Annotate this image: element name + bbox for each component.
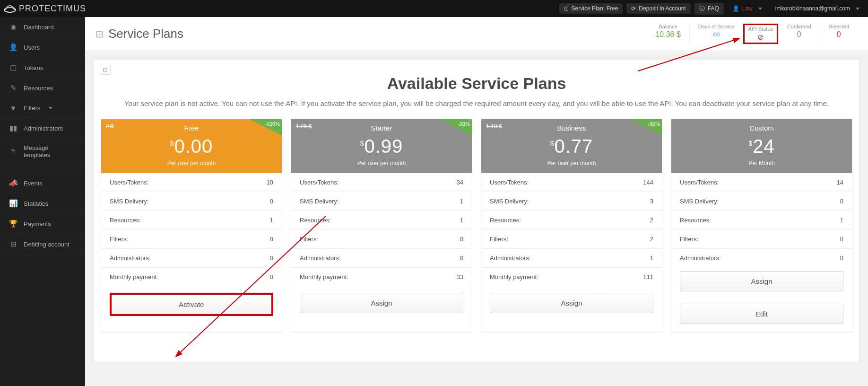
feature-row: Users/Tokens:10 (101, 173, 282, 192)
feature-row: Users/Tokens:34 (291, 173, 472, 192)
stat-rejected: Rejected 0 (820, 24, 858, 44)
feature-value: 1 (460, 198, 463, 205)
feature-row: SMS Delivery:0 (671, 192, 852, 211)
sidebar-item-administrators[interactable]: ▮▮Administrators (0, 118, 85, 139)
service-plan-chip[interactable]: ⊡ Service Plan: Free (559, 3, 623, 14)
blocked-icon: ⊘ (748, 33, 773, 42)
feature-row: Filters:0 (101, 229, 282, 248)
sidebar-item-label: Filters (24, 105, 40, 112)
sidebar-item-statistics[interactable]: 📊Statistics (0, 193, 85, 214)
activate-button[interactable]: Activate (110, 293, 273, 316)
feature-label: Users/Tokens: (110, 179, 148, 186)
feature-row: Filters:0 (671, 229, 852, 248)
content-card: ⊡ Available Service Plans Your service p… (94, 60, 859, 362)
user-icon: 👤 (732, 5, 739, 12)
administrators-icon: ▮▮ (9, 124, 18, 132)
sidebar-item-message-templates[interactable]: 🗎Message templates (0, 139, 85, 165)
feature-value: 1 (650, 254, 653, 262)
sidebar-item-label: Tokens (24, 64, 43, 71)
feature-row: Resources:1 (291, 211, 472, 229)
brand-logo[interactable]: PROTECTIMUS (4, 3, 86, 14)
stat-value: 0 (787, 30, 811, 39)
info-icon: ⓘ (699, 5, 705, 13)
plan-features: Users/Tokens:10SMS Delivery:0Resources:1… (101, 173, 282, 286)
sidebar-item-filters[interactable]: ▼Filters (0, 98, 85, 118)
plan-price: $24 (677, 136, 846, 157)
feature-row: Administrators:0 (291, 248, 472, 267)
feature-value: 34 (457, 179, 463, 186)
chevron-down-icon (49, 107, 52, 109)
sidebar-item-events[interactable]: 📣Events (0, 173, 85, 193)
account-email[interactable]: imkorobkinaanna@gmail.com (771, 3, 864, 14)
feature-value: 0 (460, 254, 463, 262)
plan-old-price: 2 $ (106, 123, 114, 130)
feature-value: 0 (270, 198, 273, 205)
security-label: Low (742, 5, 753, 12)
money-icon: ⊡ (100, 65, 111, 75)
logo-icon (4, 3, 16, 14)
stat-confirmed: Confirmed 0 (778, 24, 820, 44)
events-icon: 📣 (9, 179, 18, 187)
feature-label: Resources: (300, 217, 331, 224)
stat-label: Confirmed (787, 24, 811, 29)
assign-button[interactable]: Assign (300, 293, 463, 313)
feature-label: Administrators: (110, 254, 151, 262)
feature-value: 0 (270, 273, 273, 281)
feature-row: SMS Delivery:1 (291, 192, 472, 211)
plan-price: $0.77 (487, 136, 656, 157)
feature-value: 2 (650, 236, 653, 243)
sidebar-item-resources[interactable]: ✎Resources (0, 78, 85, 98)
feature-row: Filters:2 (481, 229, 662, 248)
stat-api-status: API Status ⊘ (743, 24, 778, 44)
page-header: ⊡ Service Plans Balance 10.36 $ Days of … (85, 17, 868, 51)
assign-button[interactable]: Assign (490, 293, 653, 313)
sidebar-item-payments[interactable]: 🏆Payments (0, 214, 85, 234)
feature-value: 3 (650, 198, 653, 205)
faq-button[interactable]: ⓘ FAQ (694, 3, 724, 15)
resources-icon: ✎ (9, 84, 18, 92)
feature-value: 1 (840, 217, 843, 224)
sidebar-item-users[interactable]: 👤Users (0, 37, 85, 58)
plan-header: 1.25 $Starter$0.99Per user per month (291, 119, 472, 173)
plan-old-price: 1.25 $ (296, 123, 312, 130)
sidebar-item-debiting[interactable]: ⊟Debiting account (0, 234, 85, 254)
edit-button[interactable]: Edit (680, 304, 843, 324)
stat-label: Balance (655, 24, 680, 29)
feature-row: Filters:0 (291, 229, 472, 248)
feature-row: Resources:2 (481, 211, 662, 229)
main: ⊡ Service Plans Balance 10.36 $ Days of … (85, 17, 868, 386)
sidebar-item-label: Dashboard (24, 24, 54, 31)
plan-header: 1.10 $Business$0.77Per user per month (481, 119, 662, 173)
refresh-icon: ⟳ (631, 5, 636, 12)
deposit-button[interactable]: ⟳ Deposit in Account (626, 3, 690, 14)
topbar: PROTECTIMUS ⊡ Service Plan: Free ⟳ Depos… (0, 0, 868, 17)
content-subtext: Your service plan is not active. You can… (94, 93, 859, 108)
plan-per: Per Month (677, 160, 846, 167)
service-plan-chip-label: Service Plan: Free (572, 5, 618, 12)
feature-label: Resources: (110, 217, 141, 224)
sidebar-item-tokens[interactable]: ▢Tokens (0, 58, 85, 78)
plan-features: Users/Tokens:34SMS Delivery:1Resources:1… (291, 173, 472, 286)
feature-label: Users/Tokens: (490, 179, 529, 186)
currency-symbol: $ (550, 140, 555, 147)
discount-badge (630, 119, 662, 135)
feature-label: Filters: (490, 236, 508, 243)
feature-value: 0 (840, 254, 843, 262)
feature-label: Administrators: (490, 254, 531, 262)
feature-value: 2 (650, 217, 653, 224)
chevron-down-icon (758, 8, 762, 10)
feature-value: 0 (840, 198, 843, 205)
sidebar-item-dashboard[interactable]: ◉Dashboard (0, 17, 85, 37)
debiting-icon: ⊟ (9, 240, 18, 248)
feature-value: 10 (267, 179, 273, 186)
assign-button[interactable]: Assign (680, 271, 843, 291)
sidebar-item-label: Message templates (24, 144, 77, 158)
feature-value: 144 (643, 179, 653, 186)
feature-row: Administrators:0 (671, 248, 852, 267)
security-level[interactable]: 👤 Low (728, 3, 767, 14)
infinity-icon: ∞ (698, 30, 735, 38)
plan-price: $0.99 (297, 136, 466, 157)
feature-label: SMS Delivery: (300, 198, 339, 205)
feature-row: Monthly payment:0 (101, 267, 282, 286)
feature-row: Resources:1 (101, 211, 282, 229)
